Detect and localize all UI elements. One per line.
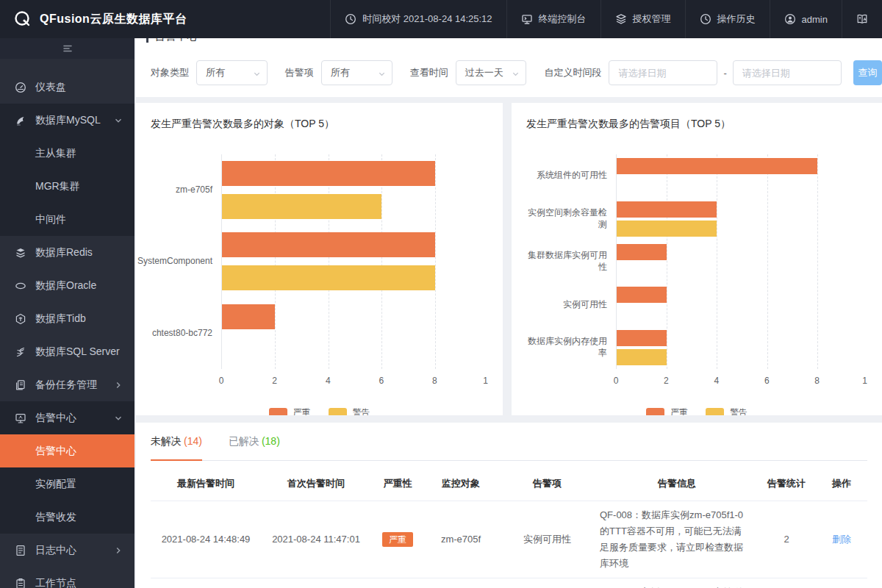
bar-warning[interactable] <box>617 220 717 237</box>
tab-count: (18) <box>262 435 280 447</box>
sidebar-item-mgr-cluster[interactable]: MGR集群 <box>0 170 135 203</box>
sidebar-item-label: 日志中心 <box>35 544 76 557</box>
sidebar-item-mysql[interactable]: 数据库MySQL <box>0 104 135 137</box>
query-button[interactable]: 查询 <box>853 60 882 85</box>
bar-warning[interactable] <box>222 194 381 219</box>
backup-icon <box>15 379 26 391</box>
sidebar-item-sqlserver[interactable]: 数据库SQL Server <box>0 335 135 368</box>
sidebar-item-alert-center[interactable]: 告警中心 <box>0 434 135 467</box>
delete-link: 删除 <box>816 526 867 553</box>
bar-warning[interactable] <box>617 349 667 365</box>
nav-item-label: admin <box>802 14 828 25</box>
brand: QFusion云原生数据库平台 <box>0 10 330 29</box>
bar-critical[interactable] <box>617 201 717 218</box>
legend-label: 警告 <box>353 406 370 415</box>
sidebar-item-middleware[interactable]: 中间件 <box>0 203 135 236</box>
bar-critical[interactable] <box>617 158 817 174</box>
bar-critical[interactable] <box>222 161 435 186</box>
sidebar-item-label: 告警收发 <box>35 511 76 524</box>
sidebar-item-alert-dispatch[interactable]: 告警收发 <box>0 501 135 534</box>
sidebar-item-redis[interactable]: 数据库Redis <box>0 236 135 269</box>
sidebar-item-backup-tasks[interactable]: 备份任务管理 <box>0 368 135 401</box>
sidebar-menu: 仪表盘数据库MySQL主从集群MGR集群中间件数据库Redis数据库Oracle… <box>0 59 135 588</box>
sidebar-item-dashboard[interactable]: 仪表盘 <box>0 71 135 104</box>
table-header-cell: 最新告警时间 <box>151 470 261 498</box>
nav-item-auth[interactable]: 授权管理 <box>600 0 685 38</box>
chart-title: 发生严重告警次数最多的告警项目（TOP 5） <box>526 118 867 131</box>
alerts-tabs: 未解决(14)已解决(18) <box>151 423 867 461</box>
bar-critical[interactable] <box>617 244 667 260</box>
category-band <box>617 283 867 326</box>
sidebar-item-label: 仪表盘 <box>35 81 66 94</box>
sidebar-item-alert-group[interactable]: 告警中心 <box>0 401 135 434</box>
sidebar-item-label: 主从集群 <box>35 147 76 160</box>
legend-swatch <box>706 408 724 416</box>
monitored-object: zm-e705f <box>424 526 498 553</box>
category-label: SystemComponent <box>151 226 212 297</box>
sidebar-item-work-node[interactable]: 工作节点 <box>0 567 135 588</box>
bar-critical[interactable] <box>222 304 275 329</box>
view-time-select[interactable]: 过去一天 <box>456 60 527 85</box>
top-navbar: QFusion云原生数据库平台 时间校对 2021-08-24 14:25:12… <box>0 0 882 38</box>
sidebar-collapse-button[interactable] <box>0 38 135 59</box>
delete-button[interactable]: 删除 <box>832 534 851 545</box>
legend-item-critical[interactable]: 严重 <box>269 406 311 415</box>
tab-unresolved[interactable]: 未解决(14) <box>151 435 202 460</box>
start-date-input[interactable] <box>609 60 717 85</box>
sidebar-item-oracle[interactable]: 数据库Oracle <box>0 269 135 302</box>
table-header-cell: 严重性 <box>371 470 424 498</box>
nav-item-label: 操作历史 <box>717 12 756 26</box>
x-axis: 0246810 <box>616 376 867 389</box>
first-alert-time: 2021-08-24 11:47:01 <box>261 526 371 553</box>
nav-item-label: 终端控制台 <box>539 12 587 26</box>
legend-swatch <box>646 408 664 416</box>
category-label: chtest80-bc772 <box>151 298 212 369</box>
alerts-table-header: 最新告警时间首次告警时间严重性监控对象告警项告警信息告警统计操作 <box>151 467 867 501</box>
bar-critical[interactable] <box>617 287 667 303</box>
nav-item-time-sync[interactable]: 时间校对 2021-08-24 14:25:12 <box>330 0 506 38</box>
sidebar-item-label: 中间件 <box>35 213 66 226</box>
legend-item-warning[interactable]: 警告 <box>329 406 370 415</box>
chart-plot-area <box>616 154 867 369</box>
chevron-down-icon <box>253 69 261 80</box>
redis-icon <box>15 247 26 259</box>
alerts-panel: 未解决(14)已解决(18) 最新告警时间首次告警时间严重性监控对象告警项告警信… <box>136 423 882 588</box>
alert-message: QF-008：数据库实例zm-e705f1-0的TTT容器不可用，可能已无法满足… <box>597 501 757 578</box>
chart-legend: 严重警告 <box>526 406 867 415</box>
charts-row: 发生严重告警次数最多的对象（TOP 5） zm-e705fSystemCompo… <box>136 103 882 415</box>
sidebar-item-master-slave-cluster[interactable]: 主从集群 <box>0 137 135 170</box>
sidebar-item-log-center[interactable]: 日志中心 <box>0 534 135 567</box>
sidebar-item-tidb[interactable]: 数据库Tidb <box>0 302 135 335</box>
chart-card-top-objects: 发生严重告警次数最多的对象（TOP 5） zm-e705fSystemCompo… <box>136 103 503 415</box>
chevron-right-icon <box>114 381 123 390</box>
nav-item-history[interactable]: 操作历史 <box>685 0 770 38</box>
bar-warning[interactable] <box>222 265 435 290</box>
legend-item-warning[interactable]: 警告 <box>706 406 747 415</box>
alerts-table-body: 2021-08-24 14:48:492021-08-24 11:47:01严重… <box>151 501 867 588</box>
legend-label: 严重 <box>670 406 688 415</box>
sqlserver-icon <box>15 346 26 358</box>
bar-critical[interactable] <box>222 232 435 257</box>
bar-critical[interactable] <box>617 330 667 346</box>
legend-item-critical[interactable]: 严重 <box>646 406 688 415</box>
clock-icon <box>345 13 356 25</box>
nav-item-terminal[interactable]: 终端控制台 <box>506 0 600 38</box>
sidebar-item-label: 数据库MySQL <box>35 114 101 127</box>
nav-item-admin[interactable]: admin <box>770 0 842 38</box>
tab-resolved[interactable]: 已解决(18) <box>229 435 280 460</box>
alert-item-select[interactable]: 所有 <box>321 60 392 85</box>
alert-item: 实例可用性 <box>498 526 597 553</box>
object-type-select[interactable]: 所有 <box>196 60 268 85</box>
legend-swatch <box>269 408 287 416</box>
sidebar-item-instance-config[interactable]: 实例配置 <box>0 467 135 501</box>
legend-label: 警告 <box>730 406 747 415</box>
tidb-icon <box>15 313 26 325</box>
app-title: QFusion云原生数据库平台 <box>40 12 187 27</box>
nav-item-label: 授权管理 <box>633 12 671 26</box>
axis-tick-label: 8 <box>432 376 437 386</box>
end-date-input[interactable] <box>733 60 842 85</box>
table-header-cell: 告警统计 <box>757 470 816 498</box>
oracle-icon <box>15 280 26 292</box>
category-label: 集群数据库实例可用性 <box>526 240 607 283</box>
nav-item-translate[interactable] <box>842 0 882 38</box>
